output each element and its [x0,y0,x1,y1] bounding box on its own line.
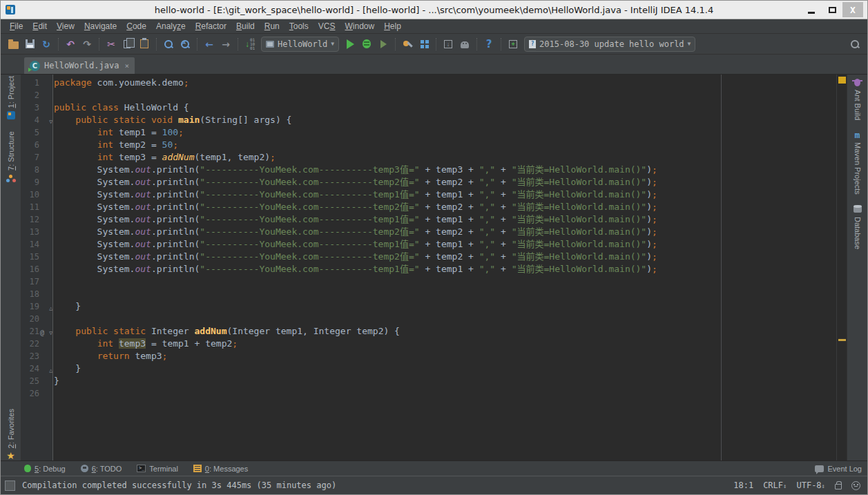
line-number[interactable]: 24 [21,362,39,375]
code-line[interactable]: 13 System.out.println("----------YouMeek… [21,226,836,238]
synchronize-icon[interactable]: ↻ [39,37,54,52]
android-icon[interactable] [457,37,472,52]
undo-icon[interactable]: ↶ [63,37,78,52]
gutter-marks[interactable] [39,251,54,263]
gutter-marks[interactable] [39,338,54,350]
line-number[interactable]: 3 [21,101,39,114]
code-editor[interactable]: 1package com.youmeek.demo;23public class… [21,75,836,460]
code-line[interactable]: 23 return temp3; [21,350,836,362]
forward-icon[interactable]: → [218,37,233,52]
tab-helloworld-java[interactable]: C HelloWorld.java × [24,57,135,74]
code-line[interactable]: 20 [21,313,836,325]
gutter-marks[interactable] [39,176,54,188]
gutter-marks[interactable] [39,238,54,251]
replace-icon[interactable]: A [177,37,193,52]
menu-window[interactable]: Window [340,20,379,32]
tool-button-database[interactable]: Database [853,204,862,249]
gutter-marks[interactable]: △ [39,362,54,375]
menu-refactor[interactable]: Refactor [191,20,231,32]
gutter-marks[interactable] [39,101,54,114]
code-line[interactable]: 14 System.out.println("----------YouMeek… [21,238,836,251]
line-separator-selector[interactable]: CRLF↕ [763,481,787,490]
event-log-button[interactable]: Event Log [815,465,862,473]
tool-button-maven-projects[interactable]: mMaven Projects [853,130,862,195]
menu-view[interactable]: View [52,20,79,32]
code-line[interactable]: 9 System.out.println("----------YouMeek.… [21,176,836,188]
gutter-marks[interactable] [39,139,54,151]
line-number[interactable]: 23 [21,350,39,362]
gutter-marks[interactable] [39,226,54,238]
tool-button-terminal[interactable]: >_Terminal [137,465,178,473]
gutter-marks[interactable] [39,188,54,201]
code-line[interactable]: 8 System.out.println("----------YouMeek.… [21,164,836,176]
line-number[interactable]: 19 [21,300,39,313]
gutter-marks[interactable] [39,275,54,288]
warning-stripe-mark[interactable] [838,339,846,341]
gutter-marks[interactable]: @▽ [39,325,54,338]
minimize-button[interactable] [801,2,822,17]
line-number[interactable]: 14 [21,238,39,251]
menu-edit[interactable]: Edit [28,20,52,32]
run-configuration-combo[interactable]: HelloWorld ▼ [261,37,339,52]
code-line[interactable]: 2 [21,89,836,101]
menu-analyze[interactable]: Analyze [151,20,191,32]
line-number[interactable]: 12 [21,213,39,226]
gutter-marks[interactable] [39,126,54,139]
code-line[interactable]: 18 [21,288,836,300]
run-icon[interactable] [343,37,358,52]
line-number[interactable]: 4 [21,114,39,126]
maximize-button[interactable] [822,2,842,17]
tool-button-5-debug[interactable]: 5: Debug [24,465,66,473]
code-line[interactable]: 10 System.out.println("----------YouMeek… [21,188,836,201]
redo-icon[interactable]: ↷ [79,37,95,52]
debug-icon[interactable] [359,37,374,52]
run-with-coverage-icon[interactable] [376,37,391,52]
copy-icon[interactable] [120,37,135,52]
code-line[interactable]: 24△ } [21,362,836,375]
warning-stripe-mark[interactable] [838,77,846,84]
line-number[interactable]: 11 [21,201,39,213]
code-line[interactable]: 26 [21,387,836,400]
code-line[interactable]: 5 int temp1 = 100; [21,126,836,139]
tool-button-1-project[interactable]: 1: Project [6,76,16,120]
inspection-profile-icon[interactable] [851,481,860,490]
vcs-message-combo[interactable]: ? 2015-08-30 update hello world ▼ [524,37,695,52]
tool-button-ant-build[interactable]: Ant Build [853,77,862,120]
code-line[interactable]: 16 System.out.println("----------YouMeek… [21,263,836,275]
find-icon[interactable] [161,37,176,52]
code-line[interactable]: 21@▽ public static Integer addNum(Intege… [21,325,836,338]
tool-button-2-favorites[interactable]: 2: Favorites★ [6,409,16,460]
code-line[interactable]: 12 System.out.println("----------YouMeek… [21,213,836,226]
gutter-marks[interactable] [39,313,54,325]
caret-position[interactable]: 18:1 [733,481,753,490]
menu-vcs[interactable]: VCS [314,20,340,32]
close-button[interactable]: X [842,2,863,17]
paste-icon[interactable] [137,37,152,52]
gutter-marks[interactable] [39,201,54,213]
code-line[interactable]: 6 int temp2 = 50; [21,139,836,151]
line-number[interactable]: 26 [21,387,39,400]
line-number[interactable]: 18 [21,288,39,300]
editor-scrollbar-error-stripe[interactable] [836,75,847,460]
line-number[interactable]: 9 [21,176,39,188]
tool-button-6-todo[interactable]: 6: TODO [81,465,122,473]
gutter-marks[interactable] [39,164,54,176]
line-number[interactable]: 15 [21,251,39,263]
menu-file[interactable]: File [5,20,28,32]
gutter-marks[interactable] [39,350,54,362]
line-number[interactable]: 16 [21,263,39,275]
menu-navigate[interactable]: Navigate [79,20,122,32]
gutter-marks[interactable] [39,375,54,387]
gutter-marks[interactable] [39,77,54,89]
help-icon[interactable]: ? [481,37,496,52]
line-number[interactable]: 6 [21,139,39,151]
line-number[interactable]: 8 [21,164,39,176]
code-line[interactable]: 3public class HelloWorld { [21,101,836,114]
menu-build[interactable]: Build [231,20,260,32]
line-number[interactable]: 20 [21,313,39,325]
gutter-marks[interactable] [39,288,54,300]
code-line[interactable]: 1package com.youmeek.demo; [21,77,836,89]
close-icon[interactable]: × [124,61,129,70]
code-line[interactable]: 4▽ public static void main(String[] args… [21,114,836,126]
project-structure-icon[interactable] [416,37,432,52]
